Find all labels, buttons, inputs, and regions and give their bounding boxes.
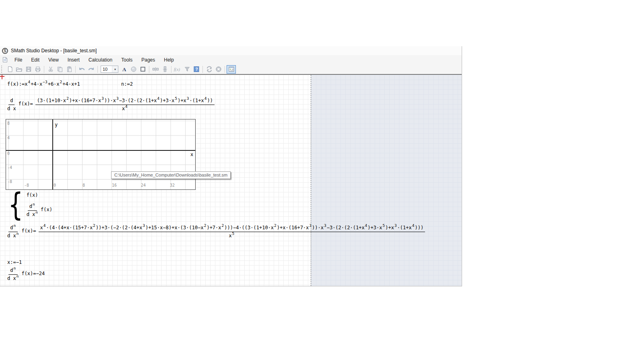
equation-system[interactable]: { f(x) dn d xn f(x) [6,191,52,220]
system-brace: { [8,191,23,220]
system-row-derivative: dn d xn f(x) [27,202,52,218]
save-icon[interactable] [24,65,33,74]
equation-fx-definition[interactable]: f(x):=x4+4·x−3+6·x2+4·x+1 [7,81,80,87]
abort-icon[interactable] [214,65,223,74]
border-icon[interactable] [138,65,147,74]
fraction: x4·(4·(4+x·(15+7·x2))+3·(−2·(2·(4+x3)+15… [39,223,425,239]
equation-first-derivative[interactable]: d d x f(x)= (3·(1+10·x2)+x·(16+7·x3))·x3… [7,96,215,112]
svg-text:A: A [122,66,126,72]
align-horizontal-icon[interactable] [151,65,160,74]
open-icon[interactable] [14,65,24,74]
equation-n-definition[interactable]: n:=2 [121,81,133,87]
menu-item-calculation[interactable]: Calculation [84,56,117,64]
app-logo-icon: S [2,48,8,54]
plot-x-axis-label: x [190,152,193,157]
fraction: (3·(1+10·x2)+x·(16+7·x3))·x3−3·(2·(2·(1+… [35,96,215,112]
toolbar-separator [171,66,171,73]
toolbar-separator [44,66,44,73]
svg-text:f(x): f(x) [174,67,180,72]
derivative-operator: d d x [7,96,16,112]
offpage-area [311,75,462,286]
font-color-icon[interactable]: A [120,65,129,74]
menu-item-pages[interactable]: Pages [137,56,159,64]
plot-x-tick-label: 24 [141,183,146,187]
copy-icon[interactable] [55,65,64,74]
derivative-operator: dn d xn [7,265,19,282]
app-window: S SMath Studio Desktop - [basile_test.sm… [0,46,462,286]
equation-result[interactable]: dn d xn f(x)=−24 [7,265,45,282]
menu-item-file[interactable]: File [10,56,27,64]
toolbar-separator [225,66,225,73]
equation-nth-derivative[interactable]: dn d xn f(x)= x4·(4·(4+x·(15+7·x2))+3·(−… [7,223,425,239]
svg-text:?: ? [195,67,198,72]
recalculate-icon[interactable] [204,65,214,74]
plot-x-tick-label: 8 [83,183,85,187]
redo-icon[interactable] [87,65,96,74]
plot-x-tick-label: 0 [54,183,56,187]
toolbar-separator [202,66,203,73]
menu-item-tools[interactable]: Tools [117,56,137,64]
chevron-down-icon[interactable]: ▾ [112,66,118,72]
plot-x-tick-label: 32 [170,183,175,187]
equation-lhs: f(x)= [21,228,36,234]
filter-icon[interactable] [182,65,192,74]
title-bar: S SMath Studio Desktop - [basile_test.sm… [0,46,462,55]
menu-item-edit[interactable]: Edit [27,56,44,64]
file-path-tooltip: C:\Users\My_Home_Computer\Downloads\basi… [111,171,231,179]
plot-y-axis [52,119,53,189]
side-panel-icon[interactable] [227,65,236,74]
plot-y-tick-label: -8 [7,179,12,184]
toolbar-separator [149,66,149,73]
plot-x-axis [6,150,195,151]
page-break-line [311,75,311,286]
insertion-cursor-icon [0,76,4,77]
toolbar: 10▾Af(x)? [0,64,462,75]
cut-icon[interactable] [46,65,55,74]
help-icon[interactable]: ? [192,65,201,74]
plot-region[interactable]: y x 840-4-8-808162432 [6,119,196,190]
equation-lhs: f(x)= [19,101,33,107]
plot-y-axis-label: y [55,122,58,128]
align-vertical-icon[interactable] [160,65,169,74]
new-icon[interactable] [5,65,14,74]
font-size-value: 10 [103,67,107,72]
plot-x-tick-label: -8 [24,183,29,187]
system-row-fx: f(x) [27,192,52,198]
plot-y-tick-label: 0 [7,151,10,156]
plot-y-tick-label: 4 [7,136,10,140]
toolbar-separator [75,66,76,73]
equation-x-assignment[interactable]: x:=−1 [7,259,22,265]
paste-icon[interactable] [64,65,74,74]
menu-item-help[interactable]: Help [159,56,178,64]
plot-y-tick-label: 8 [7,121,10,125]
undo-icon[interactable] [77,65,87,74]
insertion-cursor-icon [2,75,2,79]
worksheet-canvas[interactable]: f(x):=x4+4·x−3+6·x2+4·x+1 n:=2 d d x f(x… [0,75,462,286]
font-size-combo[interactable]: 10▾ [101,66,118,73]
toolbar-grip[interactable] [1,66,4,73]
equation-rhs: f(x)=−24 [21,271,45,277]
menu-item-insert[interactable]: Insert [63,56,84,64]
plot-y-tick-label: -4 [7,165,12,170]
menu-item-view[interactable]: View [44,56,63,64]
print-icon[interactable] [33,65,42,74]
plot-x-tick-label: 16 [112,183,117,187]
color-sphere-icon[interactable] [129,65,138,74]
menu-bar: FileEditViewInsertCalculationToolsPagesH… [0,55,462,64]
window-title: SMath Studio Desktop - [basile_test.sm] [11,48,97,53]
document-icon [2,57,8,63]
derivative-operator: dn d xn [7,223,19,239]
toolbar-separator [97,66,98,73]
function-icon[interactable]: f(x) [173,65,182,74]
